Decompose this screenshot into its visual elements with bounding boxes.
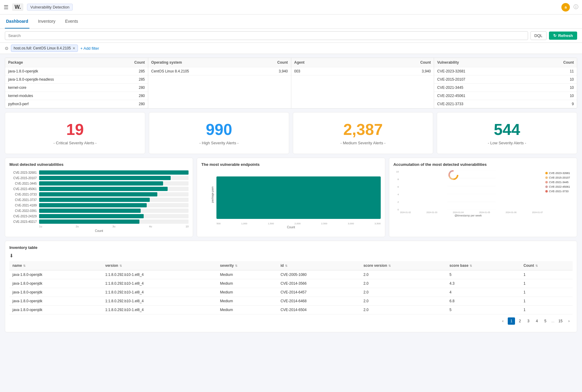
inventory-section: Inventory table ⬇ name⇅ version⇅ severit… — [5, 241, 577, 332]
os-col-header[interactable]: Operating system — [151, 60, 182, 65]
filter-icon[interactable]: ⊙ — [5, 46, 8, 51]
bar-track — [39, 209, 189, 213]
search-input[interactable] — [5, 31, 528, 40]
high-label: - High Severity Alerts - — [155, 141, 283, 145]
bar-row: CVE-2023-32681 — [9, 170, 189, 175]
bar-row: CVE-2021-3733 — [9, 192, 189, 196]
inv-col-version[interactable]: version⇅ — [102, 261, 217, 270]
info-icon[interactable]: ⓘ — [574, 4, 578, 10]
bar-fill — [39, 181, 163, 186]
filter-value: host.os.full: CentOS Linux 8.4.2105 — [14, 46, 71, 50]
table-row: java-1.8.0-openjdk 1:1.8.0.292.b10-1.el8… — [9, 288, 573, 297]
tab-inventory[interactable]: Inventory — [37, 15, 57, 28]
prev-page-button[interactable]: ‹ — [499, 317, 507, 325]
bar-track — [39, 192, 189, 196]
table-row: java-1.8.0-openjdk 1:1.8.0.292.b10-1.el8… — [9, 279, 573, 288]
inv-col-name[interactable]: name⇅ — [9, 261, 102, 270]
refresh-button[interactable]: ↻ Refresh — [549, 32, 577, 40]
table-row: python3-perf 280 — [5, 100, 148, 108]
filter-close-icon[interactable]: × — [73, 46, 75, 51]
download-icon[interactable]: ⬇ — [9, 253, 573, 259]
inv-col-score-base[interactable]: score base⇅ — [447, 261, 520, 270]
package-count-header[interactable]: Count — [134, 60, 145, 65]
accum-svg — [400, 170, 543, 210]
agent-count-header[interactable]: Count — [420, 60, 431, 65]
bar-fill — [39, 176, 171, 180]
table-row: java-1.8.0-openjdk 1:1.8.0.292.b10-1.el8… — [9, 270, 573, 279]
agent-col-header[interactable]: Agent — [294, 60, 305, 65]
low-alert-card: 544 - Low Severity Alerts - — [437, 112, 577, 154]
page-ellipsis: ... — [550, 319, 556, 323]
table-row: CVE-2022-45061 10 — [434, 92, 577, 100]
accum-x-ticks: 2024-01-02 2024-01-03 2024-01-04 2024-01… — [400, 211, 543, 213]
critical-label: - Critical Severity Alerts - — [11, 141, 139, 145]
agent-table: Agent Count 003 3,940 — [291, 58, 434, 108]
page-4-button[interactable]: 4 — [533, 317, 540, 325]
legend-item: CVE-2022-45061 — [545, 185, 573, 188]
page-5-button[interactable]: 5 — [542, 317, 549, 325]
bar-fill — [39, 192, 157, 196]
page-last-button[interactable]: 15 — [557, 317, 564, 325]
search-bar: DQL ↻ Refresh — [0, 29, 582, 43]
page-3-button[interactable]: 3 — [525, 317, 532, 325]
inv-col-id[interactable]: id⇅ — [277, 261, 360, 270]
app-tag: Vulnerability Detection — [27, 4, 73, 11]
bar-label: CVE-2021-4189 — [9, 204, 37, 207]
bar-fill — [39, 187, 168, 191]
bar-chart: CVE-2023-32681 CVE-2015-20107 CVE-2021-3… — [9, 170, 189, 224]
inv-col-count[interactable]: Count⇅ — [520, 261, 573, 270]
low-label: - Low Severity Alerts - — [443, 141, 571, 145]
medium-label: - Medium Severity Alerts - — [299, 141, 427, 145]
bar-label: CVE-2015-20107 — [9, 176, 37, 180]
inv-col-severity[interactable]: severity⇅ — [217, 261, 278, 270]
sub-nav: Dashboard Inventory Events — [0, 15, 582, 29]
medium-count: 2,387 — [299, 121, 427, 138]
package-col-header[interactable]: Package — [8, 60, 23, 65]
table-row: CVE-2021-3733 9 — [434, 100, 577, 108]
bar-row: CVE-2023-24329 — [9, 214, 189, 218]
hamburger-icon[interactable]: ☰ — [4, 4, 8, 11]
bar-fill — [39, 203, 147, 207]
medium-alert-card: 2,387 - Medium Severity Alerts - — [293, 112, 433, 154]
bar-fill — [39, 198, 150, 202]
table-row: kernel-modules 280 — [5, 92, 148, 100]
table-row: CVE-2015-20107 10 — [434, 75, 577, 84]
dql-button[interactable]: DQL — [530, 31, 547, 40]
package-table: Package Count java-1.8.0-openjdk 285 jav… — [5, 58, 148, 108]
refresh-icon: ↻ — [553, 33, 557, 38]
top-nav: ☰ W. Vulnerability Detection a ⓘ — [0, 0, 582, 15]
bar-track — [39, 214, 189, 218]
legend-item: CVE-2021-3445 — [545, 181, 573, 184]
bar-row: CVE-2022-0391 — [9, 209, 189, 213]
bar-track — [39, 181, 189, 186]
bar-track — [39, 176, 189, 180]
avatar[interactable]: a — [561, 3, 570, 12]
bar-row: CVE-2015-20107 — [9, 176, 189, 180]
bar-label: CVE-2021-3737 — [9, 198, 37, 202]
bar-track — [39, 187, 189, 191]
accum-y-ticks: 10 8 6 4 2 0 — [393, 170, 399, 211]
bar-row: CVE-2021-3445 — [9, 181, 189, 186]
table-row: java-1.8.0-openjdk 1:1.8.0.292.b10-1.el8… — [9, 297, 573, 306]
tab-events[interactable]: Events — [64, 15, 79, 28]
most-detected-title: Most detected vulnerabilities — [9, 162, 189, 167]
table-row: java-1.8.0-openjdk 285 — [5, 67, 148, 75]
table-row: java-1.8.0-openjdk 1:1.8.0.292.b10-1.el8… — [9, 306, 573, 314]
page-1-button[interactable]: 1 — [508, 317, 515, 325]
vuln-count-header[interactable]: Count — [563, 60, 574, 65]
vuln-col-header[interactable]: Vulnerability — [437, 60, 459, 65]
table-row: kernel-core 280 — [5, 84, 148, 92]
page-2-button[interactable]: 2 — [516, 317, 523, 325]
bar-row: CVE-2022-45061 — [9, 187, 189, 191]
inv-col-score-version[interactable]: score version⇅ — [360, 261, 447, 270]
add-filter-button[interactable]: + Add filter — [80, 46, 99, 51]
endpoint-bar — [216, 176, 380, 219]
next-page-button[interactable]: › — [565, 317, 573, 325]
filter-tag[interactable]: host.os.full: CentOS Linux 8.4.2105 × — [11, 45, 78, 52]
endpoint-x-ticks: 500 1,000 1,500 2,000 2,500 3,000 3,500 — [216, 222, 380, 225]
vulnerability-table: Vulnerability Count CVE-2023-32681 11 CV… — [434, 58, 577, 108]
os-count-header[interactable]: Count — [277, 60, 288, 65]
charts-section: Most detected vulnerabilities CVE-2023-3… — [5, 158, 577, 237]
tab-dashboard[interactable]: Dashboard — [5, 15, 29, 28]
main-content: Package Count java-1.8.0-openjdk 285 jav… — [0, 54, 582, 336]
